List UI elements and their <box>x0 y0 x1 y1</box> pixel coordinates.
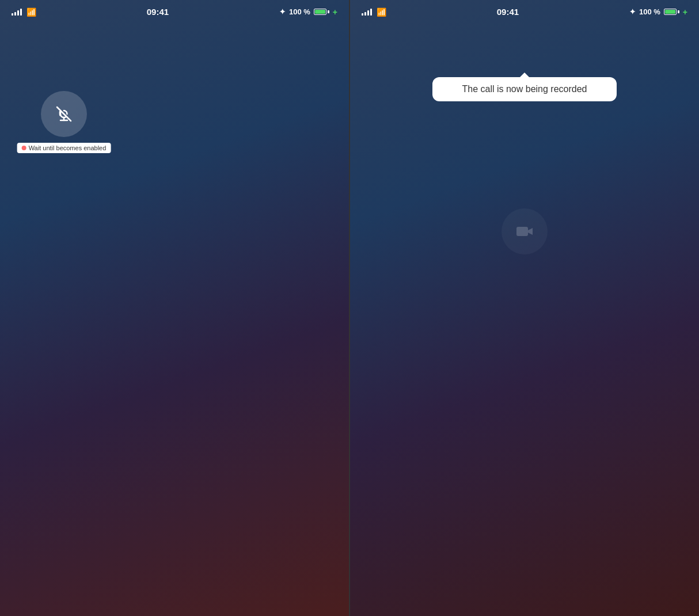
left-time: 09:41 <box>147 7 169 17</box>
signal-bars-icon <box>12 9 22 16</box>
recording-notification: The call is now being recorded <box>432 77 617 101</box>
wifi-icon: 📶 <box>26 7 36 17</box>
wait-tooltip: Wait until becomes enabled <box>17 143 111 153</box>
right-bluetooth-icon: ✦ <box>629 7 636 16</box>
right-time: 09:41 <box>497 7 519 17</box>
right-phone-screen: 📶 09:41 ✦ 100 % + & Emma i 00:03 The cal… <box>350 0 699 616</box>
right-battery-pct: 100 % <box>639 7 660 16</box>
mute-icon <box>55 105 73 123</box>
right-signal: 📶 <box>362 7 386 17</box>
notification-text: The call is now being recorded <box>462 84 587 94</box>
right-signal-bars-icon <box>362 9 372 16</box>
left-mute-button[interactable] <box>41 91 87 137</box>
facetime-icon <box>515 222 534 241</box>
svg-rect-31 <box>516 227 528 236</box>
right-battery-icon <box>664 9 679 15</box>
left-battery-pct: 100 % <box>289 7 310 16</box>
left-phone-screen: 📶 09:41 ✦ 100 % + corder Service (Don't … <box>0 0 350 616</box>
right-wifi-icon: 📶 <box>377 7 386 17</box>
left-signal: 📶 <box>12 7 36 17</box>
right-facetime-button[interactable] <box>502 208 548 254</box>
right-status-bar: 📶 09:41 ✦ 100 % + <box>350 0 699 21</box>
left-status-bar: 📶 09:41 ✦ 100 % + <box>0 0 349 21</box>
right-status-right: ✦ 100 % + <box>629 7 687 17</box>
bluetooth-icon: ✦ <box>279 7 286 16</box>
left-status-right: ✦ 100 % + <box>279 7 337 17</box>
battery-icon <box>314 9 329 15</box>
